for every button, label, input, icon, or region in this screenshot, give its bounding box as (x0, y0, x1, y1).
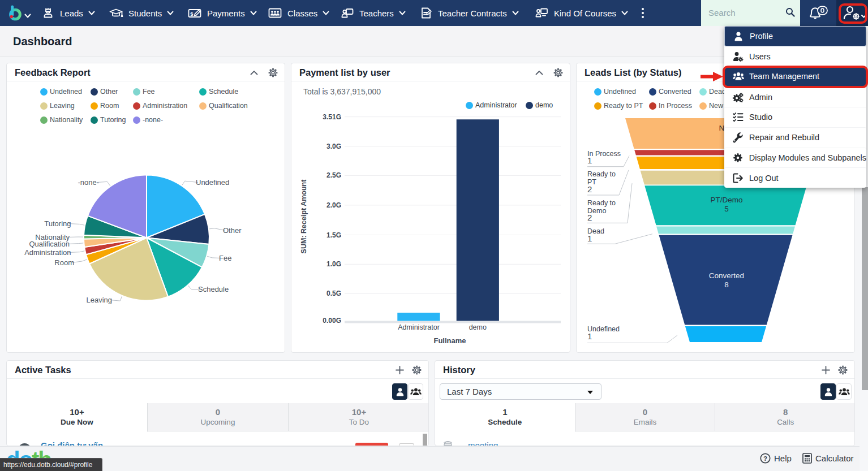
svg-text:Undefined: Undefined (196, 178, 229, 187)
svg-text:PT/Demo: PT/Demo (710, 196, 742, 204)
svg-text:-none-: -none- (78, 178, 99, 187)
svg-text:Administration: Administration (24, 248, 71, 257)
svg-text:Schedule: Schedule (198, 285, 229, 293)
svg-text:5: 5 (724, 205, 729, 213)
svg-text:1.0G: 1.0G (326, 260, 341, 268)
svg-text:?: ? (763, 455, 767, 462)
svg-text:In Process: In Process (587, 150, 621, 158)
svg-text:Converted: Converted (709, 271, 744, 280)
svg-text:Ready to: Ready to (587, 199, 616, 207)
svg-text:3.0G: 3.0G (326, 142, 341, 150)
svg-text:1: 1 (587, 234, 592, 243)
svg-text:0.00G: 0.00G (323, 317, 341, 325)
svg-text:1: 1 (587, 155, 592, 165)
svg-text:Room: Room (54, 258, 74, 267)
svg-text:Fullname: Fullname (433, 336, 466, 345)
svg-text:Ready to: Ready to (587, 170, 616, 178)
svg-text:SUM: Receipt Amount: SUM: Receipt Amount (300, 179, 308, 254)
svg-text:1.5G: 1.5G (326, 231, 341, 239)
svg-text:2: 2 (587, 213, 592, 222)
svg-text:Nationality: Nationality (35, 233, 70, 241)
svg-text:1: 1 (587, 331, 592, 341)
svg-text:8: 8 (724, 280, 729, 289)
svg-text:Leaving: Leaving (86, 296, 112, 304)
svg-text:Administrator: Administrator (398, 323, 440, 331)
svg-text:Undefined: Undefined (587, 325, 620, 333)
svg-text:3.51G: 3.51G (323, 113, 341, 121)
svg-text:demo: demo (469, 323, 487, 331)
svg-text:Other: Other (223, 226, 242, 235)
svg-text:$: $ (190, 11, 194, 17)
svg-text:0.5G: 0.5G (326, 289, 341, 297)
svg-text:Fee: Fee (219, 254, 231, 262)
svg-text:2: 2 (587, 184, 592, 194)
svg-text:2.0G: 2.0G (326, 201, 341, 209)
svg-text:2.5G: 2.5G (326, 171, 341, 179)
svg-text:Tutoring: Tutoring (44, 219, 71, 228)
